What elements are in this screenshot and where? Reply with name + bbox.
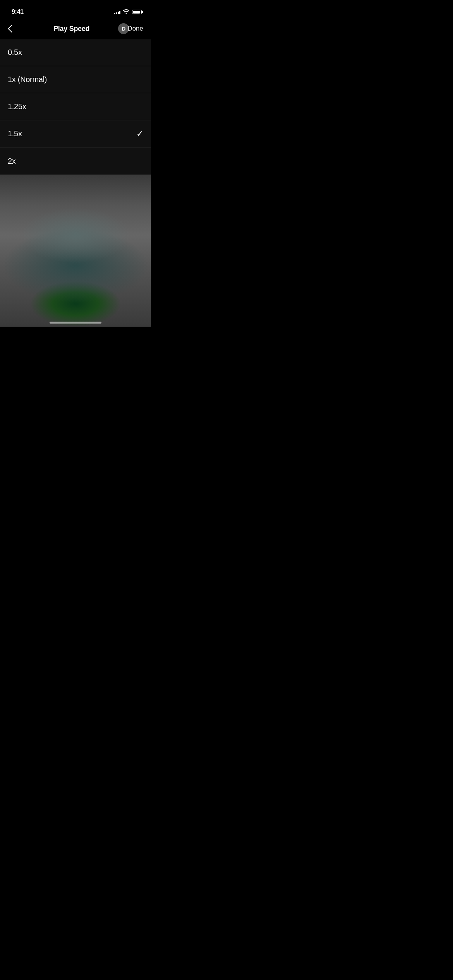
speed-label-2x: 2x <box>8 157 16 166</box>
background-blur <box>0 175 151 327</box>
speed-label-1.5x: 1.5x <box>8 129 22 138</box>
nav-bar: Play Speed D Done <box>0 19 151 39</box>
speed-list: 0.5x1x (Normal)1.25x1.5x✓2x <box>0 39 151 175</box>
signal-icon <box>114 10 121 14</box>
done-button[interactable]: D Done <box>118 23 143 34</box>
speed-option-0.5x[interactable]: 0.5x <box>0 39 151 66</box>
wifi-icon <box>123 9 129 15</box>
done-label: Done <box>127 25 143 33</box>
phone-container: 9:41 <box>0 0 151 327</box>
speed-option-1x[interactable]: 1x (Normal) <box>0 66 151 93</box>
signal-bar-3 <box>118 12 119 14</box>
speed-option-1.5x[interactable]: 1.5x✓ <box>0 120 151 147</box>
signal-bar-1 <box>114 13 115 14</box>
battery-fill <box>133 11 140 14</box>
speed-label-1x: 1x (Normal) <box>8 75 47 84</box>
blur-background <box>0 175 151 327</box>
checkmark-1.5x: ✓ <box>136 129 143 139</box>
speed-option-2x[interactable]: 2x <box>0 147 151 175</box>
status-icons <box>114 9 142 15</box>
page-title: Play Speed <box>53 25 89 33</box>
status-bar: 9:41 <box>0 0 151 19</box>
home-indicator <box>50 322 101 324</box>
speed-label-0.5x: 0.5x <box>8 48 22 57</box>
back-button[interactable] <box>8 20 25 37</box>
status-time: 9:41 <box>12 9 24 15</box>
signal-bar-4 <box>119 11 120 14</box>
battery-icon <box>132 10 142 14</box>
speed-option-1.25x[interactable]: 1.25x <box>0 93 151 120</box>
speed-label-1.25x: 1.25x <box>8 102 26 111</box>
signal-bar-2 <box>116 12 117 14</box>
